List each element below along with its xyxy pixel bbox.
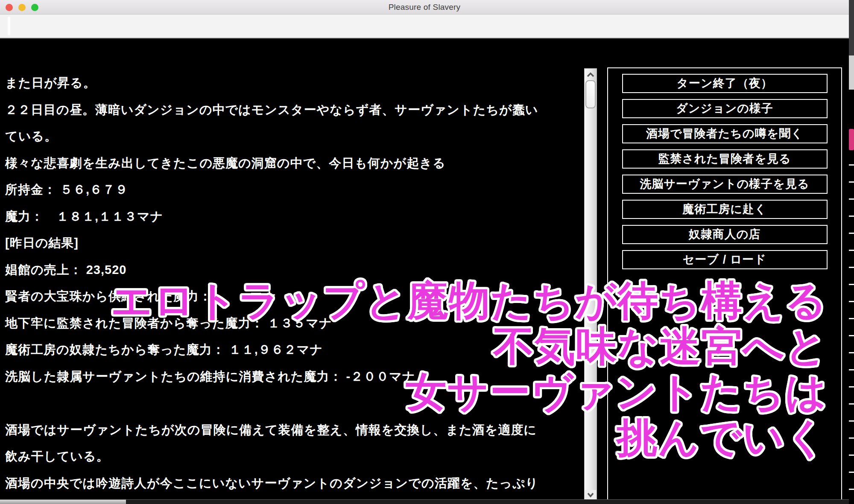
promo-overlay-line: 不気味な迷宮へと	[111, 324, 828, 370]
horizontal-scrollbar[interactable]	[0, 499, 849, 504]
window-titlebar: Pleasure of Slavery	[0, 0, 849, 15]
sliver-pink-fragment	[849, 129, 854, 150]
chevron-up-icon	[586, 72, 595, 78]
log-line: 様々な悲喜劇を生み出してきたこの悪魔の洞窟の中で、今日も何かが起きる	[5, 150, 582, 177]
log-line: また日が昇る。	[5, 70, 582, 96]
sliver-titlebar-fragment	[849, 0, 854, 55]
scroll-down-button[interactable]	[585, 490, 596, 499]
window-title: Pleasure of Slavery	[0, 0, 849, 14]
log-line-results-header: [昨日の結果]	[5, 230, 582, 256]
traffic-lights	[6, 0, 38, 15]
promo-overlay: エロトラップと魔物たちが待ち構える 不気味な迷宮へと 女サーヴァントたちは 挑ん…	[111, 278, 828, 461]
promo-overlay-line: 女サーヴァントたちは	[111, 370, 828, 415]
menu-button-end-turn[interactable]: ターン終了（夜）	[622, 74, 828, 93]
toolbar-caret	[8, 17, 10, 35]
menu-button-save-load[interactable]: セーブ / ロード	[622, 250, 828, 269]
menu-button-view-captured-adventurers[interactable]: 監禁された冒険者を見る	[622, 149, 828, 169]
horizontal-scrollbar-thumb[interactable]	[0, 500, 126, 504]
menu-button-dungeon-status[interactable]: ダンジョンの様子	[622, 99, 828, 118]
minimize-button[interactable]	[18, 4, 26, 11]
promo-overlay-line: エロトラップと魔物たちが待ち構える	[111, 278, 828, 324]
menu-button-view-brainwashed-servants[interactable]: 洗脳サーヴァントの様子を見る	[622, 175, 828, 194]
log-line: 酒場の中央では吟遊詩人が今ここにいないサーヴァントのダンジョンでの活躍を、たっぷ…	[5, 470, 582, 497]
sliver-toolbar-fragment	[849, 55, 854, 90]
log-line-mana: 魔力： １８１,１１３マナ	[5, 203, 582, 230]
log-line: ２２日目の昼。薄暗いダンジョンの中ではモンスターやならず者、サーヴァントたちが蠢…	[5, 96, 582, 123]
background-window-sliver	[849, 0, 854, 504]
zoom-button[interactable]	[31, 4, 38, 11]
scroll-up-button[interactable]	[585, 70, 597, 80]
log-line: ている。	[5, 123, 582, 150]
scrollbar-thumb[interactable]	[585, 80, 596, 108]
menu-button-tavern-rumors[interactable]: 酒場で冒険者たちの噂を聞く	[622, 124, 828, 143]
promo-overlay-line: 挑んでいく	[111, 415, 828, 461]
close-button[interactable]	[6, 4, 13, 11]
sliver-row-lines	[849, 114, 854, 504]
log-line-money: 所持金： ５６,６７９	[5, 176, 582, 203]
menu-button-slave-merchant-shop[interactable]: 奴隷商人の店	[622, 225, 828, 244]
menu-button-magic-workshop[interactable]: 魔術工房に赴く	[622, 200, 828, 219]
chevron-down-icon	[587, 492, 594, 498]
toolbar-strip	[0, 15, 849, 38]
game-window: Pleasure of Slavery また日が昇る。 ２２日目の昼。薄暗いダン…	[0, 0, 854, 504]
